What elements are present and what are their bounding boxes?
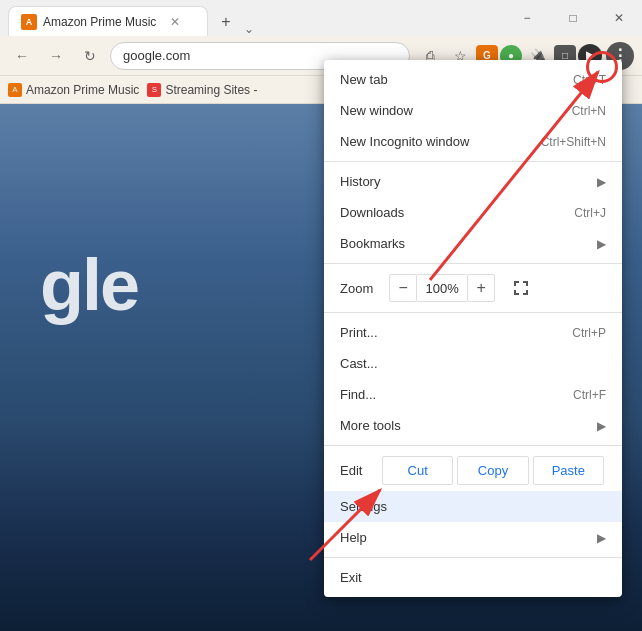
bookmark-label-amazon: Amazon Prime Music: [26, 83, 139, 97]
fullscreen-button[interactable]: [507, 274, 535, 302]
divider-2: [324, 263, 622, 264]
bookmark-amazon[interactable]: A Amazon Prime Music: [8, 83, 139, 97]
paste-button[interactable]: Paste: [533, 456, 604, 485]
svg-rect-3: [526, 281, 528, 286]
zoom-label: Zoom: [340, 281, 373, 296]
bookmark-favicon-amazon: A: [8, 83, 22, 97]
divider-3: [324, 312, 622, 313]
tab-list-chevron[interactable]: ⌄: [244, 22, 254, 36]
refresh-button[interactable]: ↻: [76, 42, 104, 70]
menu-item-new-window[interactable]: New window Ctrl+N: [324, 95, 622, 126]
tab-bar: A Amazon Prime Music ✕ + ⌄: [0, 0, 600, 36]
menu-item-bookmarks[interactable]: Bookmarks ▶: [324, 228, 622, 259]
tab-label: Amazon Prime Music: [43, 15, 156, 29]
divider-5: [324, 557, 622, 558]
menu-item-print[interactable]: Print... Ctrl+P: [324, 317, 622, 348]
google-logo: gle: [40, 244, 138, 326]
menu-item-cast[interactable]: Cast...: [324, 348, 622, 379]
copy-button[interactable]: Copy: [457, 456, 528, 485]
new-tab-button[interactable]: +: [212, 8, 240, 36]
bookmark-favicon-streaming: S: [147, 83, 161, 97]
bookmark-streaming[interactable]: S Streaming Sites -: [147, 83, 257, 97]
menu-item-more-tools[interactable]: More tools ▶: [324, 410, 622, 441]
zoom-in-button[interactable]: +: [467, 274, 495, 302]
menu-item-find[interactable]: Find... Ctrl+F: [324, 379, 622, 410]
menu-item-downloads[interactable]: Downloads Ctrl+J: [324, 197, 622, 228]
svg-rect-5: [514, 290, 516, 295]
title-bar: A Amazon Prime Music ✕ + ⌄ − □ ✕: [0, 0, 642, 36]
svg-rect-1: [514, 281, 516, 286]
divider-4: [324, 445, 622, 446]
menu-item-help[interactable]: Help ▶: [324, 522, 622, 553]
menu-item-new-incognito[interactable]: New Incognito window Ctrl+Shift+N: [324, 126, 622, 157]
svg-rect-7: [526, 290, 528, 295]
zoom-value: 100%: [417, 274, 467, 302]
menu-item-exit[interactable]: Exit: [324, 562, 622, 593]
forward-button[interactable]: →: [42, 42, 70, 70]
browser-background: A Amazon Prime Music ✕ + ⌄ − □ ✕ ← → ↻ ⎙…: [0, 0, 642, 631]
active-tab[interactable]: A Amazon Prime Music ✕: [8, 6, 208, 36]
bookmark-label-streaming: Streaming Sites -: [165, 83, 257, 97]
tab-close-icon[interactable]: ✕: [170, 15, 180, 29]
cut-button[interactable]: Cut: [382, 456, 453, 485]
close-button[interactable]: ✕: [596, 0, 642, 36]
menu-item-history[interactable]: History ▶: [324, 166, 622, 197]
edit-row: Edit Cut Copy Paste: [324, 450, 622, 491]
menu-item-settings[interactable]: Settings: [324, 491, 622, 522]
tab-favicon: A: [21, 14, 37, 30]
menu-item-new-tab[interactable]: New tab Ctrl+T: [324, 64, 622, 95]
divider-1: [324, 161, 622, 162]
zoom-controls: − 100% +: [389, 274, 495, 302]
back-button[interactable]: ←: [8, 42, 36, 70]
edit-label: Edit: [340, 463, 380, 478]
chrome-menu: New tab Ctrl+T New window Ctrl+N New Inc…: [324, 60, 622, 597]
zoom-out-button[interactable]: −: [389, 274, 417, 302]
zoom-row: Zoom − 100% +: [324, 268, 622, 308]
